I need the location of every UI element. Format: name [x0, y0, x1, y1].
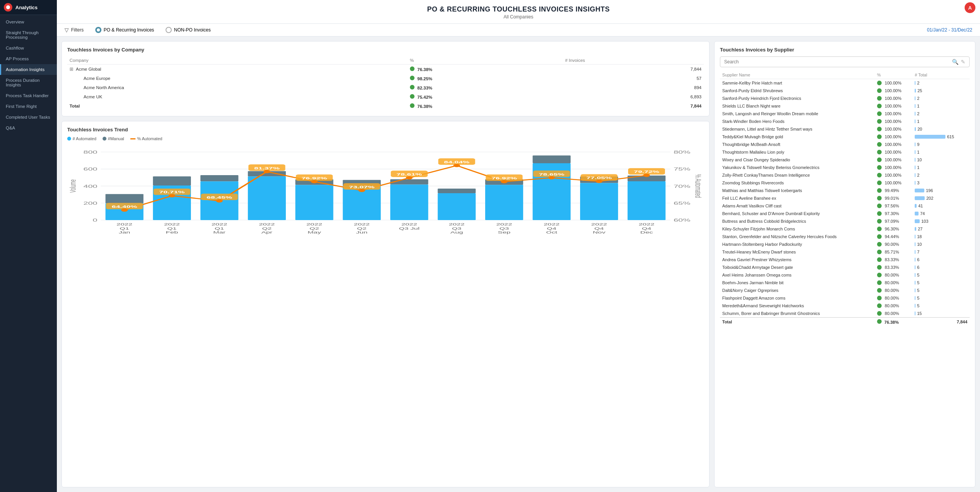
sidebar-item-cashflow[interactable]: Cashflow: [0, 43, 57, 53]
bar-fill: [915, 227, 916, 231]
bar-fill: [915, 81, 915, 85]
status-dot: [410, 66, 415, 71]
svg-text:70%: 70%: [674, 184, 691, 189]
filters-button[interactable]: ▽ Filters: [65, 27, 84, 33]
svg-point-98: [358, 189, 365, 192]
sidebar-item-ap-process[interactable]: AP Process: [0, 53, 57, 64]
table-row: Acme Europe 98.25% 57: [67, 74, 704, 83]
search-input[interactable]: [724, 59, 952, 65]
status-dot: [877, 127, 882, 131]
status-dot: [877, 311, 882, 316]
supplier-table: Supplier Name % # Total Sammie-Kellby Pi…: [720, 71, 970, 326]
right-panel: Touchless Invoices by Supplier 🔍 ✎ Suppl…: [714, 41, 975, 487]
company-invoices: 7,844: [563, 101, 704, 111]
svg-text:2022: 2022: [401, 223, 417, 227]
svg-text:78.61%: 78.61%: [396, 172, 422, 176]
sidebar-item-qa[interactable]: Q&A: [0, 123, 57, 133]
search-bar[interactable]: 🔍 ✎: [720, 56, 970, 67]
status-dot: [877, 319, 882, 324]
bar-fill: [915, 235, 915, 239]
list-item: Dalt&Norry Caiger Ogreprises 80.00% 5: [720, 287, 970, 294]
list-item: Feil LLC Aveline Banshee ex 99.01% 202: [720, 194, 970, 202]
supplier-total: 1: [912, 102, 970, 110]
svg-text:Jan: Jan: [119, 230, 130, 234]
company-invoices: 894: [563, 83, 704, 92]
non-po-radio[interactable]: [166, 27, 172, 33]
svg-point-103: [596, 180, 602, 183]
sidebar: Analytics OverviewStraight Through Proce…: [0, 0, 57, 492]
sidebar-item-stp[interactable]: Straight Through Processing: [0, 27, 57, 43]
svg-point-104: [643, 174, 650, 177]
company-pct: 76.38%: [408, 101, 563, 111]
po-recurring-radio[interactable]: [95, 27, 101, 33]
svg-rect-65: [628, 181, 666, 220]
supplier-pct: 100.00%: [875, 79, 912, 87]
supplier-pct: 100.00%: [875, 102, 912, 110]
bar-fill: [915, 273, 915, 277]
trend-legend: # Automated#Manual% Automated: [67, 136, 704, 141]
bar-fill: [915, 204, 917, 208]
svg-text:65%: 65%: [674, 201, 691, 206]
bar-fill: [915, 135, 945, 139]
svg-text:Volume: Volume: [68, 179, 78, 193]
supplier-name: Meredeth&Armand Sievewright Hatchworks: [720, 302, 875, 310]
filters-label: Filters: [71, 27, 84, 33]
supplier-pct: 85.71%: [875, 248, 912, 256]
non-po-option[interactable]: NON-PO Invoices: [166, 27, 211, 33]
legend-item: #Manual: [103, 136, 124, 141]
supplier-name: Toiboid&Chadd Armytage Desert gate: [720, 263, 875, 271]
svg-text:Dec: Dec: [640, 230, 653, 234]
supplier-pct: 100.00%: [875, 141, 912, 148]
supplier-name: Stark-Windler Boden Hero Foods: [720, 118, 875, 125]
supplier-pct: 100.00%: [875, 156, 912, 164]
list-item: Smith, Langosh and Reinger Woollin Dream…: [720, 110, 970, 118]
supplier-name: Treutel-Heaney McEneny Dwarf stones: [720, 248, 875, 256]
bar-fill: [915, 150, 915, 154]
total-count: 7,844: [912, 318, 970, 326]
list-item: Boehm-Jones Jarman Nimble bit 80.00% 5: [720, 279, 970, 287]
sidebar-item-first-time-right[interactable]: First Time Right: [0, 101, 57, 112]
status-dot: [877, 134, 882, 139]
svg-text:Q1: Q1: [215, 227, 224, 230]
date-range: 01/Jan/22 - 31/Dec/22: [927, 27, 972, 33]
svg-text:800: 800: [83, 150, 97, 155]
supplier-pct: 83.33%: [875, 256, 912, 263]
supplier-total: 9: [912, 141, 970, 148]
supplier-total: 2: [912, 79, 970, 87]
sidebar-item-overview[interactable]: Overview: [0, 17, 57, 27]
po-recurring-option[interactable]: PO & Recurring Invoices: [95, 27, 154, 33]
svg-text:2022: 2022: [307, 223, 322, 227]
supplier-name: Sammie-Kellby Pirie Hatch mart: [720, 79, 875, 87]
svg-text:Q4: Q4: [642, 227, 652, 230]
supplier-total: 41: [912, 202, 970, 210]
sidebar-item-process-duration[interactable]: Process Duration Insights: [0, 75, 57, 90]
supplier-name: Boehm-Jones Jarman Nimble bit: [720, 279, 875, 287]
expand-icon[interactable]: ⊞: [70, 67, 73, 71]
supplier-table-wrap[interactable]: Supplier Name % # Total Sammie-Kellby Pi…: [720, 71, 970, 482]
svg-rect-31: [295, 185, 333, 220]
sidebar-item-process-task[interactable]: Process Task Handler: [0, 90, 57, 101]
supplier-pct: 100.00%: [875, 125, 912, 133]
supplier-name: Thoughtstorm Mallalieu Lion poly: [720, 148, 875, 156]
supplier-col-total: # Total: [912, 71, 970, 79]
svg-text:2022: 2022: [354, 223, 370, 227]
svg-text:Jun: Jun: [356, 230, 368, 234]
list-item: Thoughtbridge McBeath Ansoft 100.00% 9: [720, 141, 970, 148]
bar-fill: [915, 265, 915, 269]
sidebar-item-automation-insights[interactable]: Automation Insights: [0, 64, 57, 75]
status-dot: [877, 81, 882, 85]
col-pct: %: [408, 56, 563, 65]
supplier-total: 5: [912, 294, 970, 302]
list-item: Shields LLC Blanch Night ware 100.00% 1: [720, 102, 970, 110]
supplier-name: Sanford-Purdy Eldrid Shrubrews: [720, 87, 875, 94]
status-dot: [877, 188, 882, 193]
supplier-pct: 100.00%: [875, 179, 912, 187]
supplier-total: 7: [912, 248, 970, 256]
app-title: Analytics: [15, 5, 38, 10]
filter-bar: ▽ Filters PO & Recurring Invoices NON-PO…: [57, 24, 980, 36]
sidebar-item-completed-user-tasks[interactable]: Completed User Tasks: [0, 112, 57, 123]
edit-icon[interactable]: ✎: [961, 59, 965, 65]
svg-point-99: [406, 176, 413, 179]
bar-fill: [915, 258, 915, 262]
bar-fill: [915, 281, 915, 285]
